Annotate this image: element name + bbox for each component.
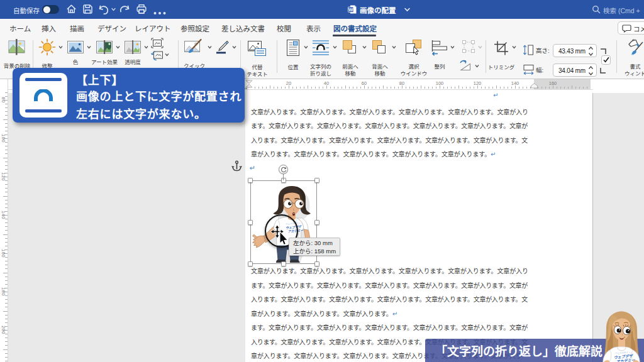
undo-dropdown-icon[interactable] — [111, 8, 116, 12]
change-picture-button[interactable] — [151, 50, 164, 63]
send-backward-dropdown-icon[interactable] — [392, 45, 396, 50]
width-input[interactable]: 34.04 mm — [553, 63, 597, 77]
corrections-button[interactable]: 修整 — [38, 38, 56, 58]
picture-styles-button[interactable]: クイックスタイル — [184, 38, 204, 60]
ruler-tick — [323, 87, 323, 89]
align-dropdown-icon[interactable] — [450, 45, 455, 50]
ruler-tick — [5, 242, 8, 243]
rotate-button[interactable] — [458, 59, 472, 74]
tab-mailings[interactable]: 差し込み文書 — [221, 23, 265, 33]
ruler-tick — [5, 299, 8, 300]
color-dropdown-icon[interactable] — [87, 45, 91, 50]
selection-handle[interactable] — [281, 178, 286, 183]
bring-forward-button[interactable]: 前面へ移動 — [341, 39, 358, 58]
ruler-tick — [5, 111, 8, 112]
tab-references[interactable]: 参照設定 — [180, 23, 209, 33]
rotate-dropdown-icon[interactable] — [475, 64, 479, 69]
selection-handle[interactable] — [248, 178, 253, 183]
selection-handle[interactable] — [314, 261, 319, 266]
tab-review[interactable]: 校閲 — [277, 23, 291, 33]
print-icon[interactable] — [135, 3, 148, 18]
position-dropdown-icon[interactable] — [304, 45, 308, 50]
picture-border-dropdown-icon[interactable] — [232, 45, 236, 50]
title-dropdown-icon[interactable] — [404, 8, 409, 12]
format-pane-button[interactable]: 書式ウィンド — [626, 39, 644, 60]
ruler-tick — [504, 87, 504, 89]
ruler-number: 140 — [511, 80, 519, 86]
selection-pane-button[interactable]: 選択ウインドウ — [404, 39, 424, 59]
remove-background-button[interactable]: 背景の削除 — [8, 38, 26, 58]
art-effects-button[interactable]: アート効果 — [96, 39, 113, 58]
indent-markers-icon[interactable] — [245, 80, 253, 88]
ruler-tick — [470, 87, 470, 89]
tab-design[interactable]: デザイン — [97, 23, 126, 33]
tab-insert[interactable]: 挿入 — [42, 23, 56, 33]
selection-handle[interactable] — [314, 220, 319, 225]
selection-handle[interactable] — [248, 220, 253, 225]
rotate-handle[interactable] — [279, 165, 288, 174]
ruler-tick — [5, 188, 8, 189]
more-icon[interactable] — [153, 6, 166, 18]
tab-draw[interactable]: 描画 — [70, 23, 84, 33]
change-picture-dropdown-icon[interactable] — [165, 53, 169, 57]
compress-picture-button[interactable] — [151, 38, 164, 51]
transparency-dropdown-icon[interactable] — [144, 45, 148, 50]
crop-button[interactable]: トリミング — [493, 40, 509, 58]
ruler-tick — [515, 85, 516, 89]
selection-handle[interactable] — [281, 261, 286, 266]
ruler-tick — [341, 87, 342, 89]
tab-picture-format[interactable]: 図の書式設定 — [333, 23, 377, 33]
position-button[interactable]: 位置 — [285, 39, 301, 59]
wrap-text-dropdown-icon[interactable] — [333, 45, 337, 50]
send-backward-button[interactable]: 背面へ移動 — [371, 39, 387, 58]
undo-icon[interactable] — [97, 4, 110, 18]
height-value: 43.43 mm — [558, 48, 586, 55]
corrections-dropdown-icon[interactable] — [58, 45, 63, 50]
art-effects-dropdown-icon[interactable] — [116, 45, 120, 50]
tab-home[interactable]: ホーム — [9, 23, 31, 33]
selection-handle[interactable] — [314, 178, 319, 183]
ruler-tick — [5, 265, 8, 265]
crop-dropdown-icon[interactable] — [512, 45, 516, 50]
picture-styles-dropdown-icon[interactable] — [208, 45, 212, 50]
tab-view[interactable]: 表示 — [306, 23, 321, 33]
right-indent-marker-icon[interactable] — [530, 83, 538, 89]
bring-forward-dropdown-icon[interactable] — [362, 45, 367, 50]
color-button[interactable]: 色 — [67, 39, 84, 58]
home-icon[interactable] — [65, 3, 77, 18]
search-icon[interactable] — [592, 5, 601, 16]
group-button[interactable] — [462, 40, 475, 56]
autosave-toggle[interactable] — [42, 5, 59, 14]
ruler-tick — [5, 341, 8, 342]
picture-border-button[interactable] — [214, 40, 230, 57]
vertical-ruler[interactable]: 80100120140160180200 — [0, 79, 8, 362]
ruler-tick — [458, 85, 459, 89]
ruler-number: 160 — [549, 80, 557, 86]
doc-text-line: 入ります。文章が入ります。文章が入ります。文章が入ります。文章が入ります。文章が… — [251, 134, 528, 148]
tab-layout[interactable]: レイアウト — [135, 23, 171, 33]
document-title[interactable]: 画像の配置 — [360, 5, 396, 15]
save-icon[interactable] — [82, 3, 94, 18]
wrap-text-button[interactable]: 文字列の折り返し — [311, 39, 330, 59]
ruler-tick — [277, 87, 278, 89]
comment-button[interactable]: コメ — [618, 21, 644, 35]
presenter-avatar: ウェブデザイン ウェブデザ アカデミー — [581, 293, 644, 362]
crop-label: トリミング — [486, 64, 517, 71]
ruler-tick — [549, 87, 550, 89]
ruler-tick — [5, 261, 8, 261]
width-stepper-icon[interactable] — [588, 65, 594, 79]
aspect-lock-checkbox[interactable] — [601, 55, 611, 65]
alt-text-button[interactable]: 代替テキスト — [247, 40, 267, 61]
ruler-tick — [5, 345, 8, 346]
search-input[interactable]: 検索 (Cmd + — [603, 6, 640, 15]
ruler-tick — [274, 87, 274, 89]
svg-text:W: W — [348, 7, 353, 13]
group-dropdown-icon[interactable] — [478, 45, 482, 50]
ruler-tick — [285, 87, 286, 89]
redo-icon[interactable] — [118, 4, 131, 18]
height-stepper-icon[interactable] — [588, 45, 594, 60]
selection-handle[interactable] — [248, 261, 253, 266]
transparency-button[interactable]: 透明度 — [124, 39, 142, 58]
height-input[interactable]: 43.43 mm — [553, 44, 597, 57]
align-button[interactable]: 整列 — [430, 39, 449, 59]
